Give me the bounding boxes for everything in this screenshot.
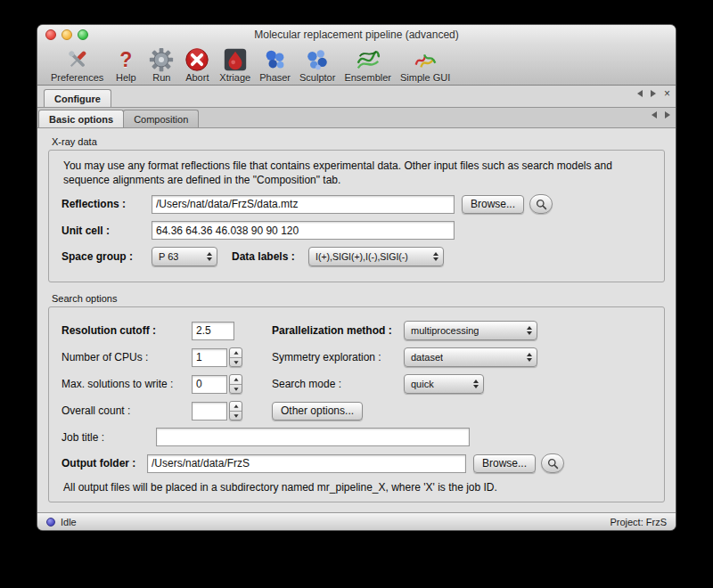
tab-scroll-right-icon[interactable]	[665, 111, 670, 118]
space-group-label: Space group :	[61, 250, 152, 263]
toolbar: Preferences ? Help Run Abort Xtriage	[37, 45, 676, 86]
unit-cell-input[interactable]	[152, 221, 455, 240]
stepper-down-icon[interactable]	[230, 385, 242, 394]
overall-count-label: Overall count :	[61, 404, 192, 417]
simple-gui-icon	[412, 46, 438, 73]
tab-scroll-left-icon[interactable]	[637, 90, 643, 97]
unit-cell-row: Unit cell :	[61, 221, 652, 240]
stepper-up-icon[interactable]	[230, 348, 242, 358]
max-solutions-input[interactable]	[192, 375, 227, 394]
sculptor-icon	[304, 46, 331, 73]
status-left: Idle	[46, 517, 77, 527]
job-title-input[interactable]	[156, 428, 470, 446]
status-bar: Idle Project: FrzS	[37, 512, 676, 530]
toolbar-button-abort[interactable]: Abort	[179, 46, 215, 83]
stepper-down-icon[interactable]	[230, 412, 242, 421]
xray-group-title: X-ray data	[52, 136, 665, 147]
reflections-search-button[interactable]	[529, 194, 553, 214]
output-folder-input[interactable]	[147, 454, 466, 473]
output-folder-browse-button[interactable]: Browse...	[473, 454, 536, 473]
window-title: Molecular replacement pipeline (advanced…	[254, 29, 458, 41]
basic-options-panel: X-ray data You may use any format reflec…	[37, 128, 676, 512]
help-icon: ?	[112, 46, 139, 73]
resolution-cutoff-input[interactable]	[192, 322, 234, 340]
reflections-row: Reflections : Browse...	[61, 194, 652, 214]
toolbar-button-run[interactable]: Run	[143, 46, 179, 83]
configure-tab-nav: ×	[637, 86, 670, 102]
reflections-input[interactable]	[152, 195, 455, 214]
tab-basic-options[interactable]: Basic options	[38, 110, 124, 127]
toolbar-button-preferences[interactable]: Preferences	[46, 46, 108, 83]
stepper-down-icon[interactable]	[230, 358, 242, 367]
search-group-title: Search options	[52, 293, 665, 304]
reflections-browse-button[interactable]: Browse...	[462, 195, 524, 214]
job-title-label: Job title :	[61, 431, 156, 444]
other-options-button[interactable]: Other options...	[272, 402, 363, 421]
parallelization-value: multiprocessing	[411, 325, 479, 336]
toolbar-label: Simple GUI	[400, 72, 450, 83]
toolbar-button-xtriage[interactable]: Xtriage	[215, 46, 255, 83]
symmetry-exploration-value: dataset	[411, 352, 443, 363]
data-labels-label: Data labels :	[232, 250, 308, 263]
popup-arrows-icon	[473, 380, 479, 388]
output-folder-search-button[interactable]	[541, 453, 564, 473]
stepper-up-icon[interactable]	[230, 375, 242, 385]
parallelization-select[interactable]: multiprocessing	[404, 321, 537, 340]
cpus-control	[192, 347, 272, 367]
toolbar-label: Abort	[185, 72, 209, 83]
space-group-value: P 63	[159, 251, 178, 262]
max-solutions-stepper[interactable]	[229, 374, 242, 394]
options-tabstrip: Basic options Composition	[37, 108, 676, 128]
symmetry-exploration-select[interactable]: dataset	[404, 347, 537, 367]
project-label: Project: FrzS	[610, 517, 667, 527]
toolbar-label: Ensembler	[344, 72, 391, 83]
data-labels-select[interactable]: I(+),SIGI(+),I(-),SIGI(-)	[308, 247, 444, 266]
reflections-label: Reflections :	[61, 198, 152, 210]
status-text: Idle	[61, 517, 77, 527]
stepper-up-icon[interactable]	[230, 402, 242, 412]
toolbar-label: Sculptor	[299, 72, 335, 83]
titlebar: Molecular replacement pipeline (advanced…	[37, 25, 676, 45]
app-window: Molecular replacement pipeline (advanced…	[37, 25, 676, 530]
parallelization-label: Parallelization method :	[272, 324, 404, 337]
overall-count-row: Overall count : Other options...	[61, 401, 652, 421]
configure-tabstrip: Configure ×	[37, 86, 676, 108]
status-led-icon	[46, 518, 55, 527]
ensembler-icon	[355, 46, 381, 73]
toolbar-button-help[interactable]: ? Help	[108, 46, 143, 83]
resolution-control	[192, 322, 272, 340]
tab-close-icon[interactable]: ×	[664, 88, 670, 99]
magnifier-icon	[547, 458, 559, 470]
search-group: Resolution cutoff : Parallelization meth…	[48, 306, 665, 502]
preferences-icon	[64, 46, 91, 73]
space-group-select[interactable]: P 63	[152, 247, 217, 266]
search-mode-label: Search mode :	[272, 378, 404, 390]
close-window-button[interactable]	[45, 29, 56, 40]
num-cpus-stepper[interactable]	[229, 347, 242, 367]
zoom-window-button[interactable]	[78, 29, 88, 40]
tab-configure[interactable]: Configure	[44, 89, 111, 107]
toolbar-button-simple-gui[interactable]: Simple GUI	[396, 46, 455, 83]
toolbar-button-sculptor[interactable]: Sculptor	[295, 46, 340, 83]
overall-count-stepper[interactable]	[229, 401, 242, 421]
num-cpus-input[interactable]	[192, 348, 227, 367]
tab-scroll-left-icon[interactable]	[652, 111, 657, 118]
overall-count-input[interactable]	[192, 402, 227, 421]
toolbar-button-ensembler[interactable]: Ensembler	[340, 46, 396, 83]
tab-composition[interactable]: Composition	[123, 110, 199, 127]
magnifier-icon	[536, 199, 547, 210]
tab-scroll-right-icon[interactable]	[651, 90, 656, 97]
toolbar-label: Help	[116, 72, 136, 83]
search-mode-select[interactable]: quick	[404, 374, 484, 394]
job-title-row: Job title :	[61, 428, 652, 446]
resolution-row: Resolution cutoff : Parallelization meth…	[61, 321, 652, 340]
popup-arrows-icon	[207, 252, 212, 261]
resolution-cutoff-label: Resolution cutoff :	[61, 324, 192, 337]
cpus-row: Number of CPUs : Symmetry exploration : …	[61, 347, 652, 367]
output-note: All output files will be placed in a sub…	[63, 481, 652, 494]
minimize-window-button[interactable]	[61, 29, 72, 40]
space-group-row: Space group : P 63 Data labels : I(+),SI…	[61, 247, 652, 266]
toolbar-button-phaser[interactable]: Phaser	[255, 46, 295, 83]
popup-arrows-icon	[433, 252, 438, 261]
search-mode-value: quick	[411, 379, 434, 389]
